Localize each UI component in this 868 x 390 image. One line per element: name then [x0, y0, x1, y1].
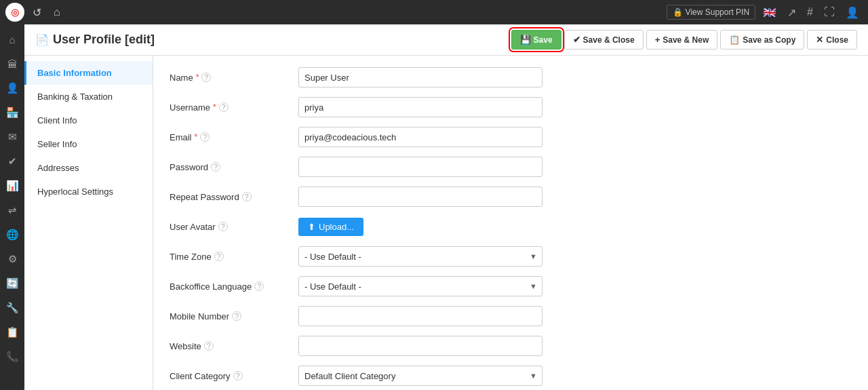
form-area: Name * ? Username * ? — [153, 56, 868, 390]
name-label: Name * ? — [170, 73, 298, 83]
sidebar-icon-store[interactable]: 🏪 — [1, 102, 23, 123]
name-required: * — [196, 73, 199, 82]
save-close-label: Save & Close — [583, 35, 635, 45]
user-avatar-label: User Avatar ? — [170, 222, 298, 232]
timezone-label: Time Zone ? — [170, 252, 298, 262]
page-title-text: User Profile [edit] — [53, 33, 155, 47]
lock-icon: 🔒 — [673, 7, 683, 17]
fullscreen-button[interactable]: ⛶ — [821, 5, 838, 20]
sidebar-icon-bank[interactable]: 🏛 — [1, 53, 23, 75]
page-header: 📄 User Profile [edit] 💾 Save ✔ Save & Cl… — [24, 24, 868, 56]
flag-button[interactable]: 🇬🇧 — [760, 5, 780, 20]
password-input[interactable] — [298, 157, 542, 177]
sidebar-icon-settings[interactable]: ⚙ — [1, 248, 23, 270]
grid-button[interactable]: # — [804, 5, 816, 20]
user-avatar-help-icon[interactable]: ? — [218, 222, 228, 231]
sidebar-icon-user[interactable]: 👤 — [1, 77, 23, 99]
plus-icon: + — [655, 35, 660, 45]
app-logo[interactable]: ◎ — [5, 3, 24, 22]
copy-icon: 📋 — [729, 35, 740, 45]
email-help-icon[interactable]: ? — [200, 132, 210, 142]
nav-item-banking-taxation[interactable]: Banking & Taxation — [24, 85, 153, 109]
client-category-label: Client Category ? — [170, 371, 298, 381]
sidebar-icon-phone[interactable]: 📞 — [1, 346, 23, 368]
timezone-select[interactable]: - Use Default - — [298, 246, 542, 267]
upload-icon: ⬆ — [308, 222, 315, 232]
backoffice-language-select[interactable]: - Use Default - — [298, 276, 542, 296]
password-help-icon[interactable]: ? — [211, 162, 220, 172]
sidebar-icon-check[interactable]: ✔ — [1, 151, 23, 172]
save-close-button[interactable]: ✔ Save & Close — [564, 30, 644, 50]
sidebar-icon-globe[interactable]: 🌐 — [1, 224, 23, 246]
save-label: Save — [534, 35, 553, 45]
website-row: Website ? — [170, 335, 852, 357]
email-label: Email * ? — [170, 132, 298, 142]
nav-item-addresses[interactable]: Addresses — [24, 156, 153, 180]
website-help-icon[interactable]: ? — [204, 341, 214, 351]
client-category-select[interactable]: Default Client Category — [298, 366, 542, 386]
client-category-row: Client Category ? Default Client Categor… — [170, 365, 852, 387]
save-copy-label: Save as Copy — [743, 35, 795, 45]
mobile-number-row: Mobile Number ? — [170, 305, 852, 327]
username-help-icon[interactable]: ? — [219, 102, 229, 112]
content-area: 📄 User Profile [edit] 💾 Save ✔ Save & Cl… — [24, 24, 868, 390]
close-label: Close — [826, 35, 848, 45]
close-button[interactable]: ✕ Close — [807, 30, 857, 50]
save-copy-button[interactable]: 📋 Save as Copy — [720, 30, 804, 50]
name-input[interactable] — [298, 67, 542, 87]
back-button[interactable]: ↺ — [28, 5, 45, 20]
client-category-help-icon[interactable]: ? — [233, 371, 243, 381]
save-new-label: Save & New — [663, 35, 709, 45]
sidebar-icon-transfer[interactable]: ⇌ — [1, 199, 23, 221]
repeat-password-row: Repeat Password ? — [170, 186, 852, 208]
user-button[interactable]: 👤 — [842, 5, 863, 20]
password-label: Password ? — [170, 162, 298, 172]
nav-item-hyperlocal-settings[interactable]: Hyperlocal Settings — [24, 180, 153, 203]
topbar: ◎ ↺ ⌂ 🔒 View Support PIN 🇬🇧 ↗ # ⛶ 👤 — [0, 0, 868, 24]
timezone-help-icon[interactable]: ? — [214, 252, 224, 261]
sidebar-icon-home[interactable]: ⌂ — [1, 28, 23, 50]
mobile-number-help-icon[interactable]: ? — [232, 311, 241, 321]
sidebar-icon-docs[interactable]: 📋 — [1, 321, 23, 343]
backoffice-language-label: Backoffice Language ? — [170, 281, 298, 292]
sidebar-icon-refresh[interactable]: 🔄 — [1, 273, 23, 294]
home-button[interactable]: ⌂ — [50, 5, 64, 20]
website-label: Website ? — [170, 341, 298, 351]
sidebar-icon-tools[interactable]: 🔧 — [1, 297, 23, 319]
repeat-password-help-icon[interactable]: ? — [242, 192, 252, 201]
name-row: Name * ? — [170, 66, 852, 88]
nav-item-client-info[interactable]: Client Info — [24, 109, 153, 132]
sidebar-icon-mail[interactable]: ✉ — [1, 126, 23, 148]
username-row: Username * ? — [170, 96, 852, 118]
email-required: * — [195, 132, 198, 142]
upload-button[interactable]: ⬆ Upload... — [298, 218, 363, 236]
backoffice-language-select-wrap: - Use Default - ▼ — [298, 276, 542, 296]
email-input[interactable] — [298, 127, 542, 147]
backoffice-language-row: Backoffice Language ? - Use Default - ▼ — [170, 275, 852, 297]
website-input[interactable] — [298, 336, 542, 356]
support-pin-button[interactable]: 🔒 View Support PIN — [667, 5, 756, 20]
password-row: Password ? — [170, 156, 852, 178]
username-input[interactable] — [298, 97, 542, 117]
toolbar-buttons: 💾 Save ✔ Save & Close + Save & New 📋 Sav… — [511, 30, 857, 50]
page-title-icon: 📄 — [35, 33, 49, 46]
backoffice-language-help-icon[interactable]: ? — [254, 281, 264, 291]
close-icon: ✕ — [816, 35, 823, 45]
name-help-icon[interactable]: ? — [201, 73, 211, 82]
repeat-password-label: Repeat Password ? — [170, 192, 298, 202]
upload-label: Upload... — [319, 222, 354, 232]
sidebar-icon-chart[interactable]: 📊 — [1, 175, 23, 197]
nav-item-basic-information[interactable]: Basic Information — [24, 61, 153, 85]
client-category-select-wrap: Default Client Category ▼ — [298, 366, 542, 386]
save-button[interactable]: 💾 Save — [511, 30, 561, 50]
page-title: 📄 User Profile [edit] — [35, 33, 505, 47]
mobile-number-input[interactable] — [298, 306, 542, 326]
save-new-button[interactable]: + Save & New — [646, 30, 718, 50]
nav-item-seller-info[interactable]: Seller Info — [24, 132, 153, 156]
repeat-password-input[interactable] — [298, 187, 542, 207]
save-icon: 💾 — [520, 35, 531, 45]
external-link-button[interactable]: ↗ — [784, 5, 800, 20]
email-row: Email * ? — [170, 126, 852, 148]
body-area: Basic Information Banking & Taxation Cli… — [24, 56, 868, 390]
username-required: * — [213, 102, 216, 112]
